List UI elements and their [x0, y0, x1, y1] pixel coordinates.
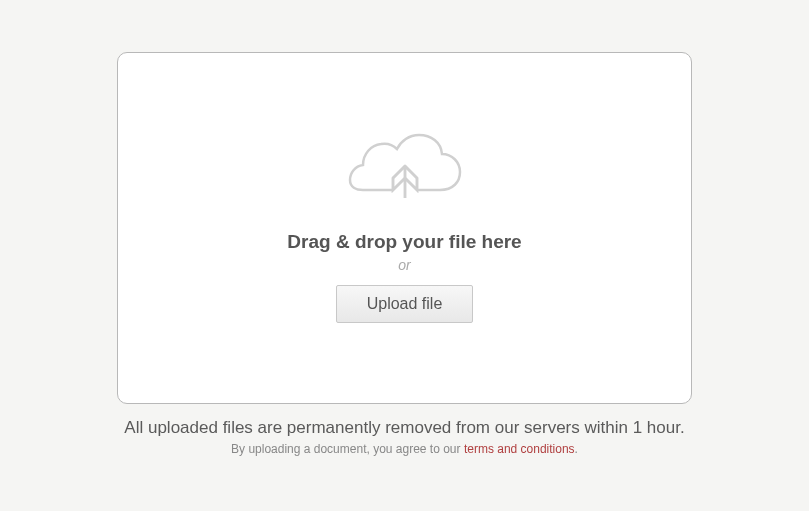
file-dropzone[interactable]: Drag & drop your file here or Upload fil… [117, 52, 692, 404]
agreement-text: By uploading a document, you agree to ou… [231, 442, 578, 456]
agreement-prefix: By uploading a document, you agree to ou… [231, 442, 464, 456]
dropzone-heading: Drag & drop your file here [287, 231, 521, 253]
upload-file-button[interactable]: Upload file [336, 285, 474, 323]
retention-notice: All uploaded files are permanently remov… [124, 418, 684, 438]
cloud-upload-icon [345, 133, 465, 203]
terms-and-conditions-link[interactable]: terms and conditions [464, 442, 575, 456]
dropzone-or: or [398, 257, 410, 273]
agreement-suffix: . [575, 442, 578, 456]
